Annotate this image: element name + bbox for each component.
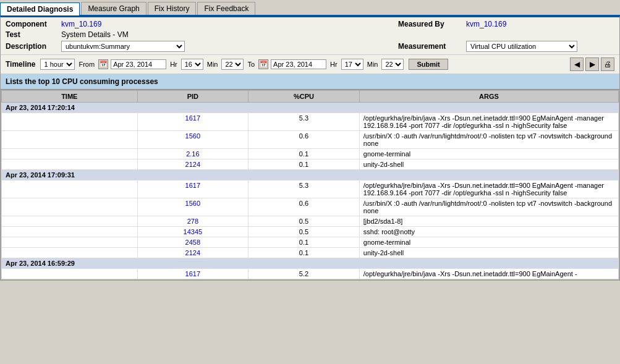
- group-header-cell: Apr 23, 2014 17:20:14: [2, 103, 619, 113]
- col-header-cpu: %CPU: [248, 91, 360, 103]
- cell-args: [jbd2/sda1-8]: [359, 216, 618, 227]
- group-header-cell: Apr 23, 2014 16:59:29: [2, 258, 619, 269]
- from-calendar-icon[interactable]: 📅: [98, 59, 108, 69]
- table-row: Apr 23, 2014 16:59:29: [2, 258, 619, 269]
- tab-fix-feedback[interactable]: Fix Feedback: [197, 2, 255, 15]
- col-header-args: ARGS: [359, 91, 618, 103]
- to-min-select[interactable]: 22: [381, 59, 404, 70]
- cell-cpu: 0.1: [248, 248, 360, 258]
- table-row: Apr 23, 2014 17:20:14: [2, 103, 619, 113]
- test-value: System Details - VM: [61, 30, 614, 39]
- data-table-wrapper[interactable]: TIME PID %CPU ARGS Apr 23, 2014 17:20:14…: [1, 90, 619, 280]
- from-date-input[interactable]: [111, 59, 166, 69]
- tab-measure-graph[interactable]: Measure Graph: [81, 2, 146, 15]
- cell-pid: 2124: [137, 159, 248, 170]
- cell-time: [2, 269, 138, 279]
- to-label: To: [247, 61, 255, 68]
- cell-time: [2, 180, 138, 198]
- cell-args: /opt/egurkha/jre/bin/java -Xrs -Dsun.net…: [359, 269, 618, 279]
- component-value: kvm_10.169: [61, 20, 398, 28]
- to-hr-select[interactable]: 17: [341, 59, 363, 70]
- duration-select[interactable]: 1 hour: [40, 59, 75, 70]
- description-select[interactable]: ubuntukvm:Summary: [61, 41, 185, 52]
- component-label: Component: [6, 20, 61, 28]
- measurement-label: Measurement: [398, 42, 466, 51]
- table-description: Lists the top 10 CPU consuming processes: [1, 74, 619, 90]
- cell-pid: 2.16: [137, 149, 248, 159]
- hr-label-from: Hr: [170, 61, 177, 68]
- info-section-component: Component kvm_10.169 Measured By kvm_10.…: [1, 17, 619, 55]
- to-date-input[interactable]: [271, 59, 326, 69]
- col-header-time: TIME: [2, 91, 138, 103]
- from-label: From: [79, 61, 95, 68]
- cell-time: [2, 216, 138, 227]
- test-row: Test System Details - VM: [6, 30, 614, 39]
- table-row: 16175.3/opt/egurkha/jre/bin/java -Xrs -D…: [2, 113, 619, 131]
- table-row: 21240.1unity-2d-shell: [2, 159, 619, 170]
- tab-bar: Detailed Diagnosis Measure Graph Fix His…: [0, 0, 620, 16]
- measured-by-value: kvm_10.169: [466, 20, 614, 28]
- main-panel: Component kvm_10.169 Measured By kvm_10.…: [0, 16, 620, 281]
- cell-time: [2, 159, 138, 170]
- component-row: Component kvm_10.169 Measured By kvm_10.…: [6, 20, 614, 28]
- forward-icon[interactable]: ▶: [585, 57, 599, 71]
- measurement-select[interactable]: Virtual CPU utilization: [466, 41, 577, 52]
- table-row: 21240.1unity-2d-shell: [2, 248, 619, 258]
- cell-cpu: 5.3: [248, 113, 360, 131]
- cell-pid: 2124: [137, 248, 248, 258]
- table-row: 143450.5sshd: root@notty: [2, 227, 619, 237]
- cell-pid: 278: [137, 216, 248, 227]
- cell-time: [2, 237, 138, 248]
- from-min-select[interactable]: 22: [221, 59, 244, 70]
- cell-args: gnome-terminal: [359, 149, 618, 159]
- submit-button[interactable]: Submit: [409, 59, 448, 70]
- cell-args: /usr/bin/X :0 -auth /var/run/lightdm/roo…: [359, 131, 618, 149]
- tab-fix-history[interactable]: Fix History: [148, 2, 197, 15]
- cell-pid: 1560: [137, 131, 248, 149]
- test-label: Test: [6, 30, 61, 39]
- table-row: 16175.3/opt/egurkha/jre/bin/java -Xrs -D…: [2, 180, 619, 198]
- cell-args: unity-2d-shell: [359, 248, 618, 258]
- cell-cpu: 0.1: [248, 149, 360, 159]
- cell-cpu: 0.5: [248, 216, 360, 227]
- cell-pid: 1617: [137, 269, 248, 279]
- cell-time: [2, 198, 138, 216]
- cell-cpu: 5.3: [248, 180, 360, 198]
- back-icon[interactable]: ◀: [570, 57, 584, 71]
- table-row: 15600.6/usr/bin/X :0 -auth /var/run/ligh…: [2, 131, 619, 149]
- cell-args: unity-2d-shell: [359, 159, 618, 170]
- cell-cpu: 0.6: [248, 198, 360, 216]
- cell-cpu: 0.1: [248, 159, 360, 170]
- cell-args: /usr/bin/X :0 -auth /var/run/lightdm/roo…: [359, 198, 618, 216]
- cell-time: [2, 248, 138, 258]
- cell-cpu: 5.2: [248, 269, 360, 279]
- table-row: 2.160.1gnome-terminal: [2, 149, 619, 159]
- table-header-row: TIME PID %CPU ARGS: [2, 91, 619, 103]
- print-icon[interactable]: 🖨: [601, 57, 614, 71]
- measured-by-label: Measured By: [398, 20, 466, 28]
- timeline-row: Timeline 1 hour From 📅 Hr 16 Min 22 To 📅…: [1, 55, 619, 74]
- measured-by-section: Measured By kvm_10.169: [398, 20, 614, 28]
- cell-cpu: 0.1: [248, 237, 360, 248]
- table-row: 24580.1gnome-terminal: [2, 237, 619, 248]
- cell-time: [2, 227, 138, 237]
- cell-args: gnome-terminal: [359, 237, 618, 248]
- from-hr-select[interactable]: 16: [181, 59, 203, 70]
- table-row: 15600.6/usr/bin/X :0 -auth /var/run/ligh…: [2, 198, 619, 216]
- cell-cpu: 0.5: [248, 227, 360, 237]
- description-row: Description ubuntukvm:Summary Measuremen…: [6, 41, 614, 52]
- cell-pid: 1617: [137, 180, 248, 198]
- description-label: Description: [6, 42, 61, 51]
- cell-args: sshd: root@notty: [359, 227, 618, 237]
- timeline-label: Timeline: [6, 60, 35, 69]
- cell-cpu: 0.6: [248, 131, 360, 149]
- to-calendar-icon[interactable]: 📅: [258, 59, 268, 69]
- cell-time: [2, 131, 138, 149]
- icon-buttons: ◀ ▶ 🖨: [570, 57, 614, 71]
- table-row: Apr 23, 2014 17:09:31: [2, 170, 619, 180]
- cell-pid: 2458: [137, 237, 248, 248]
- cell-time: [2, 113, 138, 131]
- tab-detailed-diagnosis[interactable]: Detailed Diagnosis: [0, 2, 80, 15]
- cell-pid: 1617: [137, 113, 248, 131]
- hr-label-to: Hr: [330, 61, 338, 68]
